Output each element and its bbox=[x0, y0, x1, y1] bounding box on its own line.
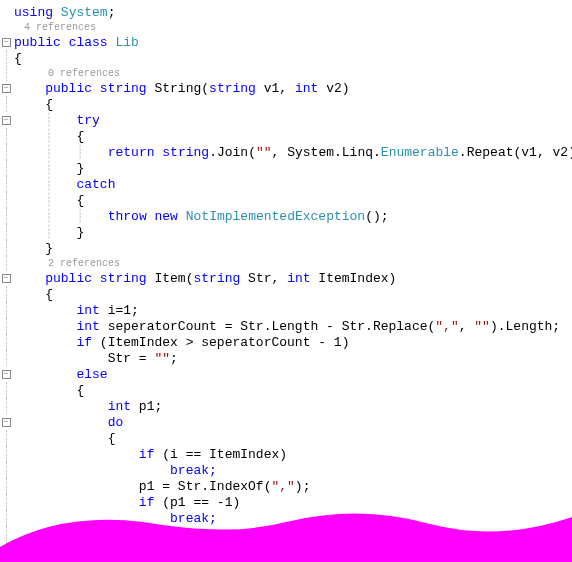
minus-icon: − bbox=[2, 274, 11, 283]
codelens-refs[interactable]: 4 references bbox=[0, 20, 572, 34]
minus-icon: − bbox=[2, 38, 11, 47]
code-editor[interactable]: using System; 4 references − public clas… bbox=[0, 0, 572, 558]
fold-toggle[interactable]: − bbox=[0, 418, 12, 427]
fold-toggle[interactable]: − bbox=[0, 38, 12, 47]
code-line: − public class Lib bbox=[0, 34, 572, 50]
codelens-refs[interactable]: 2 references bbox=[0, 256, 572, 270]
fold-toggle[interactable]: − bbox=[0, 84, 12, 93]
code-line: − public string String(string v1, int v2… bbox=[0, 80, 572, 96]
minus-icon: − bbox=[2, 370, 11, 379]
code-line: − public string Item(string Str, int Ite… bbox=[0, 270, 572, 286]
code-line: ┊ ┊ return string.Join("", System.Linq.E… bbox=[0, 144, 572, 160]
code-line: ┊ ┊ throw new NotImplementedException(); bbox=[0, 208, 572, 224]
code-line: − ┊ try bbox=[0, 112, 572, 128]
codelens-refs[interactable]: 0 references bbox=[0, 66, 572, 80]
code-line: − else bbox=[0, 366, 572, 382]
type-system: System bbox=[61, 5, 108, 20]
fold-toggle[interactable]: − bbox=[0, 274, 12, 283]
keyword-using: using bbox=[14, 5, 53, 20]
code-line: using System; bbox=[0, 4, 572, 20]
torn-edge-decoration bbox=[0, 512, 572, 562]
minus-icon: − bbox=[2, 418, 11, 427]
fold-toggle[interactable]: − bbox=[0, 370, 12, 379]
code-line: − do bbox=[0, 414, 572, 430]
minus-icon: − bbox=[2, 116, 11, 125]
fold-toggle[interactable]: − bbox=[0, 116, 12, 125]
minus-icon: − bbox=[2, 84, 11, 93]
